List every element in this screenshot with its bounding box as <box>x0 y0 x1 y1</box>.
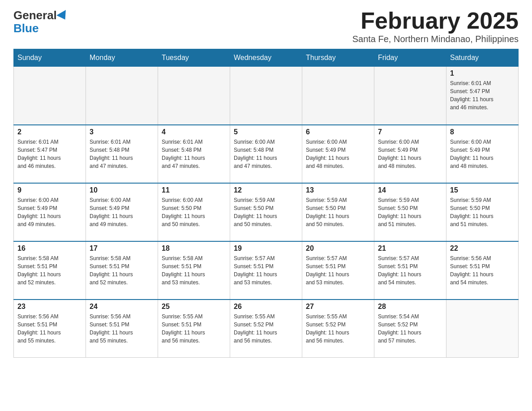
day-header-tuesday: Tuesday <box>158 49 230 67</box>
calendar-cell: 22Sunrise: 5:56 AM Sunset: 5:51 PM Dayli… <box>446 241 519 300</box>
calendar-cell: 11Sunrise: 6:00 AM Sunset: 5:50 PM Dayli… <box>158 183 230 241</box>
day-number: 20 <box>306 244 370 253</box>
calendar-cell: 18Sunrise: 5:58 AM Sunset: 5:51 PM Dayli… <box>158 241 230 300</box>
page-header: General Blue February 2025 Santa Fe, Nor… <box>13 9 519 44</box>
day-number: 1 <box>450 69 515 77</box>
day-number: 13 <box>306 186 370 194</box>
title-block: February 2025 Santa Fe, Northern Mindana… <box>352 9 519 44</box>
day-number: 7 <box>378 128 442 136</box>
calendar-cell: 4Sunrise: 6:01 AM Sunset: 5:48 PM Daylig… <box>158 125 230 183</box>
day-info: Sunrise: 6:01 AM Sunset: 5:47 PM Dayligh… <box>450 79 515 111</box>
day-info: Sunrise: 5:58 AM Sunset: 5:51 PM Dayligh… <box>90 254 154 287</box>
calendar-cell <box>158 67 230 125</box>
day-number: 19 <box>234 244 298 253</box>
calendar-cell: 1Sunrise: 6:01 AM Sunset: 5:47 PM Daylig… <box>446 67 519 125</box>
calendar-week-row: 16Sunrise: 5:58 AM Sunset: 5:51 PM Dayli… <box>14 241 519 300</box>
day-info: Sunrise: 5:54 AM Sunset: 5:52 PM Dayligh… <box>378 313 442 345</box>
day-number: 11 <box>162 186 226 194</box>
day-info: Sunrise: 5:59 AM Sunset: 5:50 PM Dayligh… <box>234 196 298 228</box>
calendar-cell: 14Sunrise: 5:59 AM Sunset: 5:50 PM Dayli… <box>374 183 446 241</box>
day-header-friday: Friday <box>374 49 446 67</box>
day-number: 4 <box>162 128 226 136</box>
day-number: 22 <box>450 244 515 253</box>
day-number: 23 <box>17 303 82 311</box>
day-number: 5 <box>234 128 298 136</box>
day-number: 17 <box>90 244 154 253</box>
calendar-cell <box>302 67 374 125</box>
calendar-cell: 3Sunrise: 6:01 AM Sunset: 5:48 PM Daylig… <box>86 125 158 183</box>
day-info: Sunrise: 6:00 AM Sunset: 5:48 PM Dayligh… <box>234 138 298 170</box>
day-header-thursday: Thursday <box>302 49 374 67</box>
calendar-week-row: 9Sunrise: 6:00 AM Sunset: 5:49 PM Daylig… <box>14 183 519 241</box>
day-info: Sunrise: 5:59 AM Sunset: 5:50 PM Dayligh… <box>450 196 515 228</box>
day-header-saturday: Saturday <box>446 49 519 67</box>
calendar-cell: 16Sunrise: 5:58 AM Sunset: 5:51 PM Dayli… <box>14 241 86 300</box>
calendar-cell: 21Sunrise: 5:57 AM Sunset: 5:51 PM Dayli… <box>374 241 446 300</box>
day-number: 9 <box>17 186 82 194</box>
day-info: Sunrise: 5:56 AM Sunset: 5:51 PM Dayligh… <box>450 254 515 287</box>
day-number: 26 <box>234 303 298 311</box>
day-number: 16 <box>17 244 82 253</box>
day-info: Sunrise: 6:01 AM Sunset: 5:47 PM Dayligh… <box>17 138 82 170</box>
calendar-cell: 27Sunrise: 5:55 AM Sunset: 5:52 PM Dayli… <box>302 300 374 358</box>
calendar-cell: 26Sunrise: 5:55 AM Sunset: 5:52 PM Dayli… <box>230 300 302 358</box>
day-number: 6 <box>306 128 370 136</box>
calendar-table: SundayMondayTuesdayWednesdayThursdayFrid… <box>13 49 519 358</box>
day-info: Sunrise: 5:56 AM Sunset: 5:51 PM Dayligh… <box>17 313 82 345</box>
calendar-week-row: 2Sunrise: 6:01 AM Sunset: 5:47 PM Daylig… <box>14 125 519 183</box>
calendar-cell <box>374 67 446 125</box>
calendar-cell: 2Sunrise: 6:01 AM Sunset: 5:47 PM Daylig… <box>14 125 86 183</box>
day-info: Sunrise: 6:00 AM Sunset: 5:49 PM Dayligh… <box>17 196 82 228</box>
day-number: 2 <box>17 128 82 136</box>
month-year-title: February 2025 <box>352 9 519 32</box>
calendar-cell: 24Sunrise: 5:56 AM Sunset: 5:51 PM Dayli… <box>86 300 158 358</box>
calendar-cell <box>446 300 519 358</box>
calendar-cell: 13Sunrise: 5:59 AM Sunset: 5:50 PM Dayli… <box>302 183 374 241</box>
calendar-week-row: 1Sunrise: 6:01 AM Sunset: 5:47 PM Daylig… <box>14 67 519 125</box>
day-info: Sunrise: 6:01 AM Sunset: 5:48 PM Dayligh… <box>162 138 226 170</box>
day-info: Sunrise: 5:55 AM Sunset: 5:52 PM Dayligh… <box>234 313 298 345</box>
calendar-cell: 6Sunrise: 6:00 AM Sunset: 5:49 PM Daylig… <box>302 125 374 183</box>
day-info: Sunrise: 6:00 AM Sunset: 5:49 PM Dayligh… <box>90 196 154 228</box>
calendar-cell: 5Sunrise: 6:00 AM Sunset: 5:48 PM Daylig… <box>230 125 302 183</box>
day-header-sunday: Sunday <box>14 49 86 67</box>
day-number: 10 <box>90 186 154 194</box>
calendar-week-row: 23Sunrise: 5:56 AM Sunset: 5:51 PM Dayli… <box>14 300 519 358</box>
calendar-cell <box>86 67 158 125</box>
day-number: 21 <box>378 244 442 253</box>
calendar-cell: 15Sunrise: 5:59 AM Sunset: 5:50 PM Dayli… <box>446 183 519 241</box>
day-info: Sunrise: 5:59 AM Sunset: 5:50 PM Dayligh… <box>306 196 370 228</box>
calendar-cell: 8Sunrise: 6:00 AM Sunset: 5:49 PM Daylig… <box>446 125 519 183</box>
day-info: Sunrise: 6:01 AM Sunset: 5:48 PM Dayligh… <box>90 138 154 170</box>
day-header-monday: Monday <box>86 49 158 67</box>
calendar-cell: 9Sunrise: 6:00 AM Sunset: 5:49 PM Daylig… <box>14 183 86 241</box>
logo-arrow-icon <box>56 10 70 22</box>
day-info: Sunrise: 6:00 AM Sunset: 5:49 PM Dayligh… <box>378 138 442 170</box>
calendar-cell: 23Sunrise: 5:56 AM Sunset: 5:51 PM Dayli… <box>14 300 86 358</box>
calendar-cell: 7Sunrise: 6:00 AM Sunset: 5:49 PM Daylig… <box>374 125 446 183</box>
day-info: Sunrise: 5:59 AM Sunset: 5:50 PM Dayligh… <box>378 196 442 228</box>
calendar-cell: 25Sunrise: 5:55 AM Sunset: 5:51 PM Dayli… <box>158 300 230 358</box>
day-info: Sunrise: 6:00 AM Sunset: 5:50 PM Dayligh… <box>162 196 226 228</box>
calendar-cell: 12Sunrise: 5:59 AM Sunset: 5:50 PM Dayli… <box>230 183 302 241</box>
day-number: 8 <box>450 128 515 136</box>
day-number: 12 <box>234 186 298 194</box>
day-info: Sunrise: 6:00 AM Sunset: 5:49 PM Dayligh… <box>450 138 515 170</box>
calendar-cell: 28Sunrise: 5:54 AM Sunset: 5:52 PM Dayli… <box>374 300 446 358</box>
day-number: 15 <box>450 186 515 194</box>
calendar-cell: 19Sunrise: 5:57 AM Sunset: 5:51 PM Dayli… <box>230 241 302 300</box>
day-info: Sunrise: 6:00 AM Sunset: 5:49 PM Dayligh… <box>306 138 370 170</box>
day-info: Sunrise: 5:57 AM Sunset: 5:51 PM Dayligh… <box>234 254 298 287</box>
day-info: Sunrise: 5:55 AM Sunset: 5:51 PM Dayligh… <box>162 313 226 345</box>
logo-blue-text: Blue <box>13 21 39 35</box>
calendar-cell <box>230 67 302 125</box>
calendar-cell: 17Sunrise: 5:58 AM Sunset: 5:51 PM Dayli… <box>86 241 158 300</box>
calendar-cell: 20Sunrise: 5:57 AM Sunset: 5:51 PM Dayli… <box>302 241 374 300</box>
location-subtitle: Santa Fe, Northern Mindanao, Philippines <box>352 34 519 44</box>
logo-general-text: General <box>13 9 57 22</box>
day-info: Sunrise: 5:57 AM Sunset: 5:51 PM Dayligh… <box>378 254 442 287</box>
day-headers-row: SundayMondayTuesdayWednesdayThursdayFrid… <box>14 49 519 67</box>
day-info: Sunrise: 5:58 AM Sunset: 5:51 PM Dayligh… <box>17 254 82 287</box>
logo: General Blue <box>13 9 69 34</box>
day-info: Sunrise: 5:57 AM Sunset: 5:51 PM Dayligh… <box>306 254 370 287</box>
